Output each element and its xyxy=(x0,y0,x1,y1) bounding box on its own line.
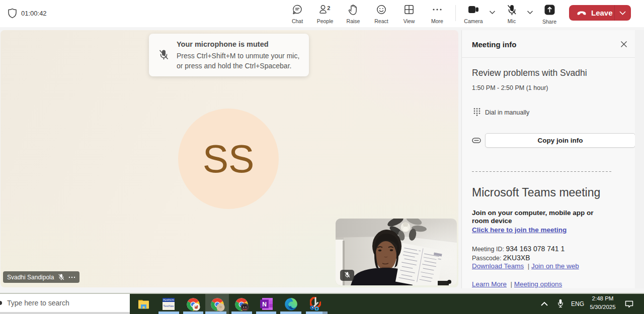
svg-text:TestNav: TestNav xyxy=(163,304,174,307)
svg-text:PEARSON: PEARSON xyxy=(163,299,174,301)
svg-text:2: 2 xyxy=(327,5,330,11)
svg-text:N: N xyxy=(262,301,267,308)
